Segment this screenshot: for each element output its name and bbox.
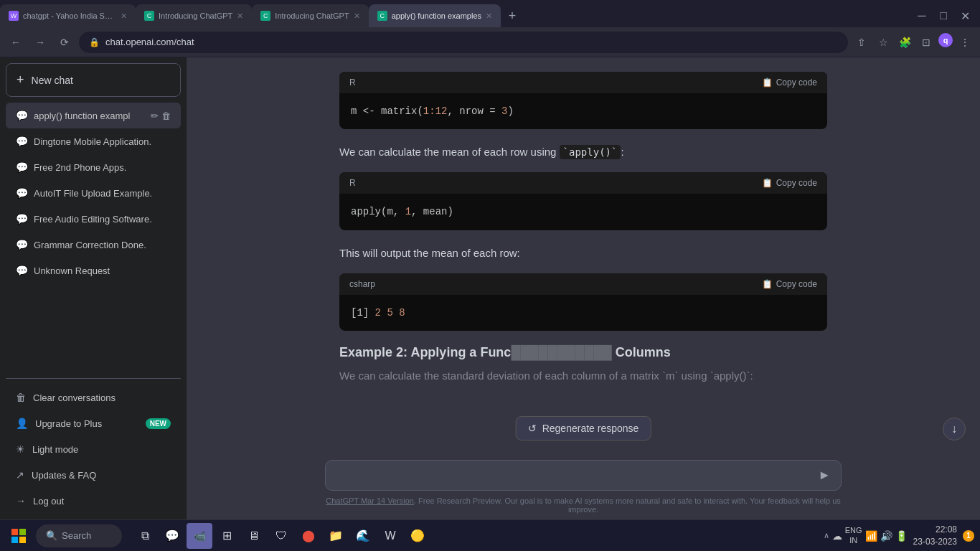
- tab-3[interactable]: C Introducing ChatGPT ✕: [252, 4, 368, 27]
- app-body: + New chat 💬 apply() function exampl ✏ 🗑…: [0, 57, 980, 519]
- tab-2[interactable]: C Introducing ChatGPT ✕: [136, 4, 252, 27]
- logout-icon: →: [16, 495, 26, 507]
- minimize-button[interactable]: ─: [913, 6, 931, 25]
- volume-icon[interactable]: 🔊: [880, 530, 892, 542]
- inline-code-apply: `apply()`: [560, 145, 621, 159]
- profile-icon[interactable]: q: [938, 33, 953, 47]
- conversation-item-7[interactable]: 💬 Unknown Request: [6, 258, 181, 283]
- tab-favicon-3: C: [260, 11, 270, 21]
- new-tab-button[interactable]: +: [501, 4, 524, 27]
- chat-input-area: ► ChatGPT Mar 14 Version. Free Research …: [187, 451, 980, 519]
- new-chat-label: New chat: [32, 75, 73, 86]
- code-body-3: [1] 2 5 8: [339, 295, 827, 331]
- bookmark-icon[interactable]: ☆: [874, 33, 892, 52]
- taskview-icon[interactable]: ⧉: [132, 523, 158, 549]
- dell-icon[interactable]: 🖥: [241, 523, 267, 549]
- chat-app-icon[interactable]: 💬: [159, 523, 185, 549]
- text-block-faded: We can calculate the standard deviation …: [339, 367, 827, 385]
- new-chat-button[interactable]: + New chat: [6, 63, 181, 97]
- word-icon[interactable]: W: [377, 523, 403, 549]
- chat-icon-3: 💬: [16, 161, 28, 173]
- cloud-icon[interactable]: ☁: [832, 530, 842, 542]
- code-block-matrix: R 📋 Copy code m <- matrix(1:12, nrow = 3…: [339, 72, 827, 129]
- forward-button[interactable]: →: [30, 32, 50, 52]
- chat-icon-1: 💬: [16, 110, 28, 121]
- code-num-1a: 1:12: [423, 105, 448, 117]
- upgrade-to-plus-button[interactable]: 👤 Upgrade to Plus NEW: [6, 410, 181, 436]
- tab-1[interactable]: W chatgpt - Yahoo India Search Res... ✕: [0, 4, 136, 27]
- new-badge: NEW: [146, 418, 171, 429]
- tab-close-4[interactable]: ✕: [486, 11, 492, 21]
- taskbar-search-box[interactable]: 🔍 Search: [36, 524, 122, 547]
- light-mode-button[interactable]: ☀ Light mode: [6, 436, 181, 462]
- message-input[interactable]: [336, 470, 811, 481]
- text-block-output: This will output the mean of each row:: [339, 245, 827, 262]
- share-icon[interactable]: ⇧: [852, 33, 871, 52]
- system-tray: ∧ ☁ ENGIN 📶 🔊 🔋: [824, 526, 908, 545]
- edit-icon[interactable]: ✏: [151, 110, 159, 121]
- copy-code-button-2[interactable]: 📋 Copy code: [762, 178, 817, 188]
- delete-icon[interactable]: 🗑: [161, 110, 171, 121]
- conversation-item-3[interactable]: 💬 Free 2nd Phone Apps.: [6, 154, 181, 180]
- conversation-item-2[interactable]: 💬 Dingtone Mobile Application.: [6, 128, 181, 154]
- back-button[interactable]: ←: [6, 32, 26, 52]
- maximize-button[interactable]: □: [934, 6, 953, 25]
- tab-4[interactable]: C apply() function examples ✕: [369, 4, 501, 27]
- footer-link[interactable]: ChatGPT Mar 14 Version: [326, 496, 414, 505]
- lock-icon: 🔒: [89, 37, 100, 47]
- antivirus-icon[interactable]: 🛡: [268, 523, 294, 549]
- tab-close-2[interactable]: ✕: [237, 11, 243, 21]
- tab-close-3[interactable]: ✕: [354, 11, 360, 21]
- copy-icon-1: 📋: [762, 77, 773, 88]
- code-num-3a: 2 5 8: [375, 307, 405, 319]
- conversation-label-1: apply() function exampl: [34, 110, 145, 121]
- apps-icon[interactable]: ⊞: [214, 523, 240, 549]
- code-lang-label-2: R: [349, 178, 356, 188]
- conversation-item-4[interactable]: 💬 AutoIT File Upload Example.: [6, 180, 181, 206]
- conversation-label-2: Dingtone Mobile Application.: [34, 136, 171, 147]
- tab-close-1[interactable]: ✕: [121, 11, 127, 21]
- conversation-label-7: Unknown Request: [34, 265, 171, 276]
- upgrade-label: Upgrade to Plus: [35, 418, 102, 429]
- send-button[interactable]: ►: [818, 468, 831, 483]
- battery-icon[interactable]: 🔋: [895, 530, 908, 542]
- regenerate-response-button[interactable]: ↺ Regenerate response: [516, 416, 651, 441]
- start-button[interactable]: [6, 523, 32, 549]
- edge-icon[interactable]: 🌊: [350, 523, 376, 549]
- chat-input-inner: ► ChatGPT Mar 14 Version. Free Research …: [325, 460, 842, 514]
- extensions-icon[interactable]: 🧩: [895, 33, 914, 52]
- copy-code-button-1[interactable]: 📋 Copy code: [762, 77, 817, 88]
- conversation-actions-1: ✏ 🗑: [151, 110, 171, 121]
- notification-badge[interactable]: 1: [963, 530, 974, 542]
- teams-icon[interactable]: 📹: [187, 523, 212, 549]
- copy-code-button-3[interactable]: 📋 Copy code: [762, 279, 817, 289]
- taskbar-clock[interactable]: 22:08 23-03-2023: [913, 524, 957, 548]
- address-bar: ← → ⟳ 🔒 chat.openai.com/chat ⇧ ☆ 🧩 ⊡ q ⋮: [0, 27, 980, 57]
- browser-icon[interactable]: ⬤: [296, 523, 321, 549]
- menu-icon[interactable]: ⋮: [956, 33, 974, 52]
- conversation-item-5[interactable]: 💬 Free Audio Editing Software.: [6, 206, 181, 232]
- conversation-item-1[interactable]: 💬 apply() function exampl ✏ 🗑: [6, 103, 181, 128]
- chat-icon-5: 💬: [16, 213, 28, 225]
- url-input[interactable]: 🔒 chat.openai.com/chat: [79, 32, 848, 53]
- conversation-list: 💬 apply() function exampl ✏ 🗑 💬 Dingtone…: [6, 103, 181, 372]
- log-out-button[interactable]: → Log out: [6, 488, 181, 514]
- tab-controls: ─ □ ✕: [913, 6, 980, 25]
- wifi-icon[interactable]: 📶: [865, 530, 877, 542]
- chrome-app-icon[interactable]: 🟡: [405, 523, 430, 549]
- conversation-item-6[interactable]: 💬 Grammar Correction Done.: [6, 232, 181, 258]
- taskbar-pinned-apps: ⧉ 💬 📹 ⊞ 🖥 🛡 ⬤ 📁 🌊 W 🟡: [132, 523, 430, 549]
- system-tray-expand[interactable]: ∧: [824, 531, 829, 540]
- clear-conversations-button[interactable]: 🗑 Clear conversations: [6, 385, 181, 410]
- refresh-button[interactable]: ⟳: [55, 32, 75, 52]
- copy-label-3: Copy code: [776, 279, 817, 289]
- regen-label: Regenerate response: [542, 423, 639, 434]
- close-window-button[interactable]: ✕: [956, 6, 974, 25]
- eng-lang-label: ENGIN: [845, 526, 862, 545]
- scroll-down-button[interactable]: ↓: [943, 418, 966, 441]
- updates-faq-button[interactable]: ↗ Updates & FAQ: [6, 462, 181, 488]
- sidebar-toggle-icon[interactable]: ⊡: [917, 33, 936, 52]
- file-explorer-icon[interactable]: 📁: [323, 523, 349, 549]
- plus-icon: +: [17, 72, 24, 88]
- taskbar: 🔍 Search ⧉ 💬 📹 ⊞ 🖥 🛡 ⬤ 📁 🌊 W 🟡 ∧ ☁ ENGIN…: [0, 519, 980, 551]
